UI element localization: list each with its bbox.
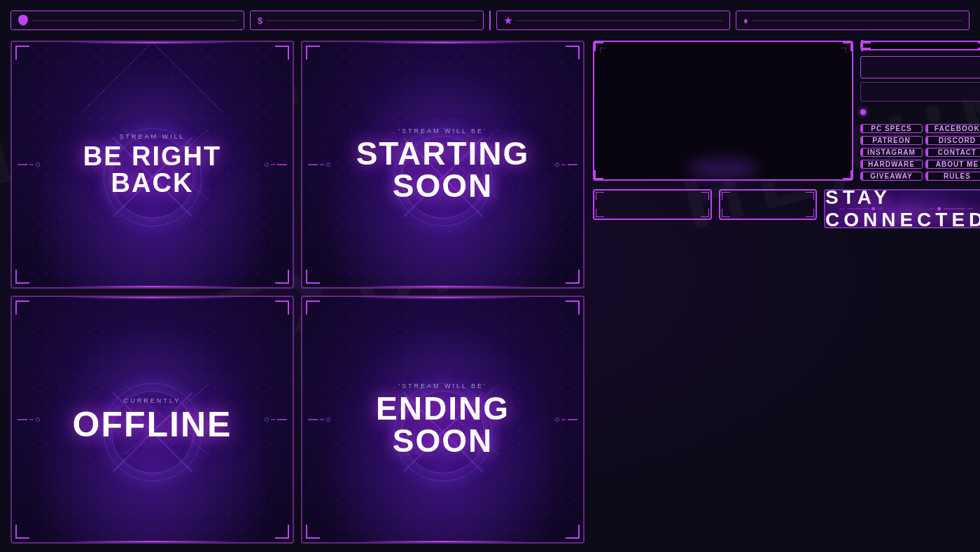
topbar-bar-3 xyxy=(517,20,722,21)
panel-be-right-back: STREAM WILL BE RIGHTBACK xyxy=(10,41,294,289)
btn-rules[interactable]: RULES xyxy=(925,172,980,181)
stay-connected-banner: STAY CONNECTED xyxy=(824,189,980,228)
topbar-input-2[interactable]: $ xyxy=(250,11,484,30)
btn-pc-specs[interactable]: PC SPECS xyxy=(860,124,923,133)
left-panels: STREAM WILL BE RIGHTBACK xyxy=(10,41,584,544)
panel-ending-subtitle: 'STREAM WILL BE' xyxy=(398,382,487,389)
topbar-divider xyxy=(489,11,491,30)
btn-about-me[interactable]: ABOUT ME xyxy=(925,160,980,169)
btn-hardware[interactable]: HARDWARE xyxy=(860,160,923,169)
btn-patreon[interactable]: PATREON xyxy=(860,136,923,145)
panel-offline-title: OFFLINE xyxy=(73,407,232,442)
cam-frame-large xyxy=(593,41,853,181)
panel-brb-subtitle: STREAM WILL xyxy=(119,133,185,140)
right-side: ✕ PC SPECS FACEBOOK PATREON DISCORD INST… xyxy=(593,41,980,544)
right-top: ✕ PC SPECS FACEBOOK PATREON DISCORD INST… xyxy=(593,41,980,181)
panel-offline: CURRENTLY OFFLINE xyxy=(10,296,294,544)
social-header: ✕ xyxy=(860,107,980,117)
topbar-bar-4 xyxy=(752,20,962,21)
topbar-input-3[interactable]: ★ xyxy=(496,11,730,30)
topbar-input-4[interactable]: ♦ xyxy=(736,11,969,30)
topbar-bar-1 xyxy=(32,20,237,21)
panel-offline-subtitle: CURRENTLY xyxy=(124,397,181,404)
panel-starting-subtitle: 'STREAM WILL BE' xyxy=(398,127,487,134)
panel-starting-soon: 'STREAM WILL BE' STARTINGSOON xyxy=(301,41,584,289)
topbar-bar-2 xyxy=(267,20,476,21)
info-bar-1 xyxy=(860,56,980,78)
panel-ending-soon: 'STREAM WILL BE' ENDINGSOON xyxy=(301,296,584,544)
btn-giveaway[interactable]: GIVEAWAY xyxy=(860,172,923,181)
social-indicator xyxy=(860,109,866,115)
social-grid: PC SPECS FACEBOOK PATREON DISCORD INSTAG… xyxy=(860,124,980,181)
cam-frame-small-top xyxy=(860,41,980,50)
main-layout: $ ★ ♦ xyxy=(0,0,980,552)
panel-ending-title: ENDINGSOON xyxy=(376,392,510,457)
btn-facebook[interactable]: FACEBOOK xyxy=(925,124,980,133)
outline-btn-1[interactable] xyxy=(593,189,712,220)
bottom-strip: STAY CONNECTED xyxy=(593,189,980,231)
topbar-input-1[interactable] xyxy=(10,11,244,30)
btn-discord[interactable]: DISCORD xyxy=(925,136,980,145)
info-bar-2 xyxy=(860,82,980,102)
panel-starting-title: STARTINGSOON xyxy=(356,137,530,202)
btn-contact[interactable]: CONTACT xyxy=(925,148,980,157)
info-bars xyxy=(860,56,980,102)
btn-instagram[interactable]: INSTAGRAM xyxy=(860,148,923,157)
top-bar: $ ★ ♦ xyxy=(10,7,969,34)
content-area: STREAM WILL BE RIGHTBACK xyxy=(10,41,969,544)
banner-deco-right xyxy=(929,207,973,211)
panel-brb-title: BE RIGHTBACK xyxy=(83,143,222,196)
outline-btn-2[interactable] xyxy=(719,189,817,220)
